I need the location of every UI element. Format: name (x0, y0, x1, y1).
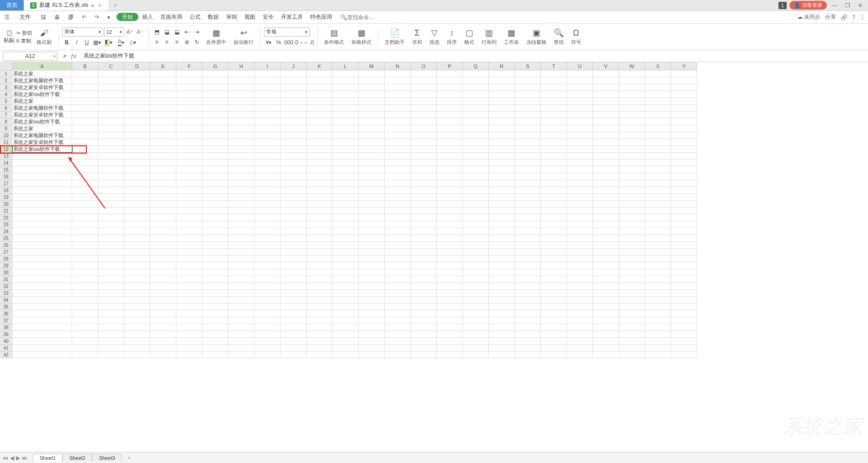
cell-E15[interactable] (150, 166, 176, 173)
sheet-last-icon[interactable]: ⏭ (22, 455, 27, 461)
cell-A40[interactable] (12, 338, 72, 345)
cell-O33[interactable] (411, 290, 437, 297)
cell-V31[interactable] (593, 276, 619, 283)
borders-icon[interactable]: ▦▾ (92, 38, 101, 47)
cell-N14[interactable] (385, 160, 411, 166)
sheet-first-icon[interactable]: ⏮ (3, 455, 8, 461)
row-header-25[interactable]: 25 (0, 235, 12, 242)
cell-I11[interactable] (254, 139, 281, 146)
cell-O12[interactable] (411, 146, 437, 153)
cell-R36[interactable] (489, 310, 515, 317)
row-header-39[interactable]: 39 (0, 331, 12, 338)
cell-N6[interactable] (385, 105, 411, 112)
cell-J33[interactable] (281, 290, 307, 297)
cell-M36[interactable] (359, 310, 385, 317)
cell-M15[interactable] (359, 166, 385, 173)
col-header-W[interactable]: W (619, 62, 645, 70)
cell-E17[interactable] (150, 180, 176, 187)
font-size-select[interactable]: 12▾ (104, 27, 124, 37)
merge-cells[interactable]: ▦合并居中 (203, 28, 229, 46)
cell-V39[interactable] (593, 331, 619, 338)
cell-G39[interactable] (202, 331, 228, 338)
cell-Q31[interactable] (463, 276, 489, 283)
cell-K20[interactable] (307, 201, 333, 208)
cloud-sync[interactable]: ☁ 未同步 (797, 13, 820, 21)
cell-H10[interactable] (228, 132, 254, 139)
cell-P8[interactable] (437, 118, 463, 125)
cell-S7[interactable] (515, 112, 541, 118)
cell-R1[interactable] (489, 70, 515, 77)
cell-A34[interactable] (12, 297, 72, 303)
notification-badge[interactable]: 1 (778, 2, 787, 9)
cell-E41[interactable] (150, 345, 176, 351)
cell-I41[interactable] (254, 345, 281, 351)
cell-I20[interactable] (254, 201, 281, 208)
cell-O34[interactable] (411, 297, 437, 303)
clear-format-icon[interactable]: ◇▾ (128, 38, 137, 47)
cell-N18[interactable] (385, 187, 411, 194)
cell-W30[interactable] (619, 269, 645, 276)
cell-Y12[interactable] (671, 146, 697, 153)
cell-S20[interactable] (515, 201, 541, 208)
cell-N10[interactable] (385, 132, 411, 139)
cell-S9[interactable] (515, 125, 541, 132)
row-header-29[interactable]: 29 (0, 262, 12, 269)
cell-Q12[interactable] (463, 146, 489, 153)
cell-W37[interactable] (619, 317, 645, 324)
cell-N17[interactable] (385, 180, 411, 187)
row-header-35[interactable]: 35 (0, 303, 12, 310)
row-header-3[interactable]: 3 (0, 84, 12, 91)
cell-M29[interactable] (359, 262, 385, 269)
cell-Q36[interactable] (463, 310, 489, 317)
cell-C4[interactable] (98, 91, 124, 98)
cell-T26[interactable] (541, 242, 567, 249)
cell-L31[interactable] (333, 276, 359, 283)
row-header-11[interactable]: 11 (0, 139, 12, 146)
cell-R2[interactable] (489, 77, 515, 84)
cell-M11[interactable] (359, 139, 385, 146)
wrap-text[interactable]: ↩自动换行 (231, 28, 256, 46)
cell-I37[interactable] (254, 317, 281, 324)
cell-P18[interactable] (437, 187, 463, 194)
col-header-D[interactable]: D (124, 62, 150, 70)
cell-V19[interactable] (593, 194, 619, 201)
cell-H7[interactable] (228, 112, 254, 118)
cell-Q19[interactable] (463, 194, 489, 201)
cell-A19[interactable] (12, 194, 72, 201)
cell-V41[interactable] (593, 345, 619, 351)
cell-S41[interactable] (515, 345, 541, 351)
cell-D26[interactable] (124, 242, 150, 249)
cell-S6[interactable] (515, 105, 541, 112)
cell-L14[interactable] (333, 160, 359, 166)
cell-E4[interactable] (150, 91, 176, 98)
save-icon[interactable]: 🖫 (39, 13, 48, 21)
new-tab-button[interactable]: ＋ (108, 0, 122, 11)
cell-M35[interactable] (359, 303, 385, 310)
cell-L41[interactable] (333, 345, 359, 351)
row-headers[interactable]: 1234567891011121314151617181920212223242… (0, 70, 12, 358)
col-header-G[interactable]: G (202, 62, 228, 70)
cell-N37[interactable] (385, 317, 411, 324)
row-header-26[interactable]: 26 (0, 242, 12, 249)
cell-H23[interactable] (228, 221, 254, 228)
cell-W6[interactable] (619, 105, 645, 112)
table-style[interactable]: ▦表格样式 (349, 28, 374, 46)
cell-P35[interactable] (437, 303, 463, 310)
cell-L10[interactable] (333, 132, 359, 139)
cell-P29[interactable] (437, 262, 463, 269)
cell-K36[interactable] (307, 310, 333, 317)
cell-C40[interactable] (98, 338, 124, 345)
cell-E29[interactable] (150, 262, 176, 269)
cell-L15[interactable] (333, 166, 359, 173)
cell-D17[interactable] (124, 180, 150, 187)
cell-Q32[interactable] (463, 283, 489, 290)
cell-J40[interactable] (281, 338, 307, 345)
sort-button[interactable]: ↕排序 (444, 28, 460, 46)
cell-X15[interactable] (645, 166, 671, 173)
cell-D3[interactable] (124, 84, 150, 91)
cell-L22[interactable] (333, 214, 359, 221)
cell-O19[interactable] (411, 194, 437, 201)
cell-P34[interactable] (437, 297, 463, 303)
cell-R17[interactable] (489, 180, 515, 187)
cell-A17[interactable] (12, 180, 72, 187)
